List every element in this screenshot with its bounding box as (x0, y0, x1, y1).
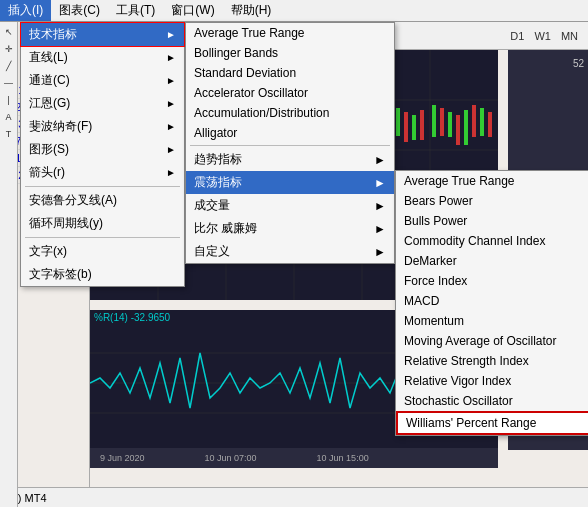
osc-bulls[interactable]: Bulls Power (396, 211, 588, 231)
date-axis: 9 Jun 2020 10 Jun 07:00 10 Jun 15:00 (90, 448, 498, 468)
tech-submenu: Average True Range Bollinger Bands Stand… (185, 22, 395, 264)
crosshair-tool[interactable]: ✛ (1, 41, 17, 57)
label-tool[interactable]: T (1, 126, 17, 142)
line-tool[interactable]: ╱ (1, 58, 17, 74)
menu-divider-1 (25, 186, 180, 187)
svg-rect-57 (440, 108, 444, 136)
menu-item-andrews[interactable]: 安德鲁分叉线(A) (21, 189, 184, 212)
osc-williams[interactable]: Williams' Percent Range (396, 411, 588, 435)
tech-item-ao[interactable]: Accelerator Oscillator (186, 83, 394, 103)
menu-tools[interactable]: 工具(T) (108, 0, 163, 21)
tech-item-trend[interactable]: 趋势指标► (186, 148, 394, 171)
date-label-3: 10 Jun 15:00 (317, 453, 369, 463)
left-toolbar: ↖ ✛ ╱ — | A T (0, 22, 18, 507)
price-label-1: 52 (508, 55, 588, 73)
menu-item-arrows[interactable]: 箭头(r) ► (21, 161, 184, 184)
tech-item-custom[interactable]: 自定义► (186, 240, 394, 263)
svg-rect-56 (432, 105, 436, 137)
tf-d1[interactable]: D1 (508, 29, 526, 43)
menu-divider-2 (25, 237, 180, 238)
svg-rect-61 (472, 105, 476, 137)
osc-stoch[interactable]: Stochastic Oscillator (396, 391, 588, 411)
menu-help[interactable]: 帮助(H) (223, 0, 280, 21)
menu-item-tech-indicators[interactable]: 技术指标 ► (21, 23, 184, 46)
tf-mn[interactable]: MN (559, 29, 580, 43)
submenu-arrow: ► (166, 29, 176, 40)
tech-item-williams[interactable]: 比尔 威廉姆► (186, 217, 394, 240)
tech-divider (190, 145, 390, 146)
osc-momentum[interactable]: Momentum (396, 311, 588, 331)
insert-menu-dropdown: 技术指标 ► 直线(L) ► 通道(C) ► 江恩(G) ► 斐波纳奇(F) ►… (20, 22, 185, 287)
menu-item-gann[interactable]: 江恩(G) ► (21, 92, 184, 115)
hline-tool[interactable]: — (1, 75, 17, 91)
menu-chart[interactable]: 图表(C) (51, 0, 108, 21)
tech-item-sd[interactable]: Standard Deviation (186, 63, 394, 83)
menu-item-cycle[interactable]: 循环周期线(y) (21, 212, 184, 235)
tech-item-bb[interactable]: Bollinger Bands (186, 43, 394, 63)
svg-rect-59 (456, 115, 460, 145)
osc-bears[interactable]: Bears Power (396, 191, 588, 211)
svg-rect-54 (412, 115, 416, 140)
menu-window[interactable]: 窗口(W) (163, 0, 222, 21)
date-label-2: 10 Jun 07:00 (205, 453, 257, 463)
svg-rect-60 (464, 110, 468, 145)
osc-mao[interactable]: Moving Average of Oscillator (396, 331, 588, 351)
text-tool[interactable]: A (1, 109, 17, 125)
tech-item-oscillator[interactable]: 震荡指标► (186, 171, 394, 194)
osc-demarker[interactable]: DeMarker (396, 251, 588, 271)
menu-item-shapes[interactable]: 图形(S) ► (21, 138, 184, 161)
svg-rect-63 (488, 112, 492, 137)
osc-atr[interactable]: Average True Range (396, 171, 588, 191)
status-bar: (M) MT4 (0, 487, 588, 507)
vline-tool[interactable]: | (1, 92, 17, 108)
svg-rect-53 (404, 112, 408, 142)
tech-item-alligator[interactable]: Alligator (186, 123, 394, 143)
menu-insert[interactable]: 插入(I) (0, 0, 51, 21)
osc-force[interactable]: Force Index (396, 271, 588, 291)
menubar: 插入(I) 图表(C) 工具(T) 窗口(W) 帮助(H) (0, 0, 588, 22)
menu-item-tech-label: 技术指标 (29, 26, 77, 43)
date-label-1: 9 Jun 2020 (100, 453, 145, 463)
menu-item-text[interactable]: 文字(x) (21, 240, 184, 263)
osc-cci[interactable]: Commodity Channel Index (396, 231, 588, 251)
oscillator-submenu: Average True Range Bears Power Bulls Pow… (395, 170, 588, 436)
tech-item-ad[interactable]: Accumulation/Distribution (186, 103, 394, 123)
tf-w1[interactable]: W1 (532, 29, 553, 43)
menu-item-label[interactable]: 文字标签(b) (21, 263, 184, 286)
menu-item-line[interactable]: 直线(L) ► (21, 46, 184, 69)
svg-rect-58 (448, 112, 452, 137)
osc-macd[interactable]: MACD (396, 291, 588, 311)
svg-rect-55 (420, 110, 424, 140)
tech-item-atr[interactable]: Average True Range (186, 23, 394, 43)
tech-item-volume[interactable]: 成交量► (186, 194, 394, 217)
svg-rect-62 (480, 108, 484, 136)
cursor-tool[interactable]: ↖ (1, 24, 17, 40)
menu-item-channel[interactable]: 通道(C) ► (21, 69, 184, 92)
menu-item-fib[interactable]: 斐波纳奇(F) ► (21, 115, 184, 138)
svg-rect-52 (396, 108, 400, 136)
osc-rvi[interactable]: Relative Vigor Index (396, 371, 588, 391)
osc-rsi[interactable]: Relative Strength Index (396, 351, 588, 371)
